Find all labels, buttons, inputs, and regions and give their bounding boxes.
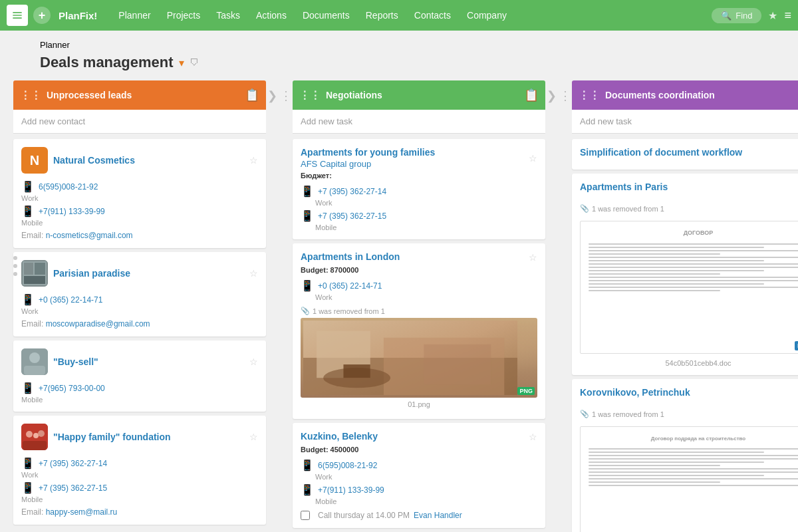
column-header-unprocessed: ⋮⋮ Unprocessed leads 📋: [13, 80, 266, 110]
drag-handle-icon[interactable]: ⋮⋮: [299, 89, 321, 102]
drag-handle-icon[interactable]: ⋮⋮: [579, 89, 600, 102]
phone-label: Mobile: [21, 396, 258, 404]
drag-handle-icon[interactable]: ⋮⋮: [20, 89, 41, 102]
favorite-star-buy-sell[interactable]: ☆: [249, 356, 258, 367]
image-filename: 01.png: [301, 400, 537, 408]
email-label: Email:: [21, 231, 43, 240]
phone-number-1[interactable]: 6(595)008-21-92: [318, 461, 377, 470]
paperclip-icon: 📎: [580, 410, 589, 418]
doc-title-simplification[interactable]: Simplification of document workflow: [580, 147, 742, 158]
image-type-badge: PNG: [517, 387, 535, 395]
menu-icon[interactable]: ≡: [784, 9, 791, 23]
task-subtitle[interactable]: AFS Capital group: [301, 159, 523, 169]
phone-label-1: Work: [301, 199, 537, 207]
email-link[interactable]: happy-sem@mail.ru: [46, 507, 118, 517]
nav-planner[interactable]: Planner: [110, 0, 158, 31]
phone-icon: 📱: [301, 279, 314, 292]
phone-label-1: Work: [21, 194, 258, 202]
task-title[interactable]: Apartments in London: [301, 251, 523, 262]
nav-company[interactable]: Company: [459, 0, 515, 31]
attachment-row: 📎 1 was removed from 1: [301, 307, 537, 315]
add-task-button-docs[interactable]: Add new task: [572, 110, 798, 134]
nav-documents[interactable]: Documents: [295, 0, 358, 31]
doc-line: [589, 280, 798, 281]
favorites-icon[interactable]: ★: [768, 9, 777, 22]
collapse-arrow-icon[interactable]: ❯: [267, 88, 277, 103]
column-menu-icon[interactable]: 📋: [245, 88, 259, 102]
favorite-star-happy-family[interactable]: ☆: [249, 432, 258, 442]
page-title-dropdown-icon[interactable]: ▾: [179, 57, 184, 69]
nav-reports[interactable]: Reports: [358, 0, 406, 31]
doc-filename: 54c0b501cebb4.doc: [580, 359, 798, 367]
email-label: Email:: [21, 507, 43, 517]
phone-row-1: 📱 +7 (395) 362-27-14: [21, 457, 258, 469]
favorite-star-natural-cosmetics[interactable]: ☆: [249, 155, 258, 166]
contact-name-happy-family[interactable]: "Happy family" foundation: [53, 432, 244, 442]
nav-contacts[interactable]: Contacts: [406, 0, 459, 31]
phone-label-1: Work: [21, 471, 258, 479]
phone-number-2[interactable]: +7(911) 133-39-99: [39, 207, 105, 216]
column-title-docs: Documents coordination: [605, 90, 798, 100]
phone-row-1: 📱 +0 (365) 22-14-71: [301, 279, 537, 292]
logo[interactable]: [7, 5, 28, 26]
filter-icon[interactable]: ⛉: [190, 57, 199, 68]
phone-number[interactable]: +7(965) 793-00-00: [39, 384, 105, 393]
contact-name-natural-cosmetics[interactable]: Natural Cosmetics: [53, 155, 244, 166]
phone-number-1[interactable]: +7 (395) 362-27-14: [39, 459, 107, 468]
call-checkbox[interactable]: [301, 511, 310, 520]
phone-label-2: Mobile: [301, 223, 537, 231]
nav-tasks[interactable]: Tasks: [208, 0, 248, 31]
doc-card-simplification: Simplification of document workflow ☆: [572, 139, 798, 170]
doc-line: [589, 475, 764, 476]
doc-line: [589, 273, 720, 275]
column-docs: ⋮⋮ Documents coordination 📋 Add new task…: [572, 80, 798, 532]
phone-icon: 📱: [301, 459, 314, 471]
nav-projects[interactable]: Projects: [159, 0, 209, 31]
email-link[interactable]: moscowparadise@gmail.com: [46, 319, 150, 329]
doc-line: [589, 448, 798, 450]
phone-icon: 📱: [301, 209, 314, 222]
budget-label: Бюджет:: [301, 172, 537, 180]
phone-number-2[interactable]: +7 (395) 362-27-15: [318, 211, 386, 221]
contact-name-parisian-paradise[interactable]: Parisian paradise: [53, 268, 244, 279]
add-task-button-negotiations[interactable]: Add new task: [293, 110, 545, 134]
phone-number[interactable]: 6(595)008-21-92: [39, 182, 98, 192]
phone-row-1: 📱 +7(965) 793-00-00: [21, 382, 258, 394]
phone-number-2[interactable]: +7(911) 133-39-99: [318, 485, 384, 495]
brand-name: PlanFix!: [59, 10, 97, 21]
favorite-star[interactable]: ☆: [529, 432, 537, 442]
doc-title-paris[interactable]: Apartments in Paris: [580, 182, 668, 192]
contact-name-buy-sell[interactable]: "Buy-sell": [53, 356, 244, 367]
search-bar[interactable]: 🔍 Find: [712, 8, 761, 23]
svg-point-11: [38, 430, 45, 437]
phone-number[interactable]: +0 (365) 22-14-71: [318, 281, 382, 291]
vertical-dots-icon[interactable]: ⋮: [280, 88, 292, 103]
doc-title-korovnikovo[interactable]: Korovnikovo, Petrinchuk: [580, 387, 690, 398]
column-menu-icon[interactable]: 📋: [524, 88, 539, 102]
favorite-star[interactable]: ☆: [529, 153, 537, 164]
doc-line: [589, 247, 764, 248]
vertical-dots-icon[interactable]: ⋮: [559, 88, 571, 103]
favorite-star-parisian-paradise[interactable]: ☆: [249, 268, 258, 279]
svg-rect-4: [24, 276, 45, 284]
add-button[interactable]: +: [33, 7, 51, 24]
call-person[interactable]: Evan Handler: [414, 511, 462, 520]
email-link[interactable]: n-cosmetics@gmail.com: [46, 231, 133, 240]
phone-number[interactable]: +0 (365) 22-14-71: [39, 295, 102, 305]
doc-line: [589, 267, 798, 268]
nav-actions[interactable]: Actions: [248, 0, 295, 31]
contact-card-parisian-paradise: Parisian paradise ☆ 📱 +0 (365) 22-14-71 …: [13, 252, 266, 336]
doc-line: [589, 287, 798, 288]
phone-icon: 📱: [21, 481, 35, 494]
svg-point-9: [26, 431, 33, 438]
favorite-star[interactable]: ☆: [529, 252, 537, 263]
avatar-parisian-paradise: [21, 260, 48, 287]
task-title[interactable]: Apartments for young families: [301, 147, 523, 158]
doc-line: [589, 290, 720, 291]
phone-number-1[interactable]: +7 (395) 362-27-14: [318, 187, 386, 196]
add-contact-button[interactable]: Add new contact: [13, 110, 266, 134]
phone-label-2: Mobile: [21, 219, 258, 227]
collapse-arrow-icon[interactable]: ❯: [547, 88, 557, 103]
phone-number-2[interactable]: +7 (395) 362-27-15: [39, 483, 107, 493]
task-title[interactable]: Kuzkino, Belenky: [301, 431, 523, 442]
